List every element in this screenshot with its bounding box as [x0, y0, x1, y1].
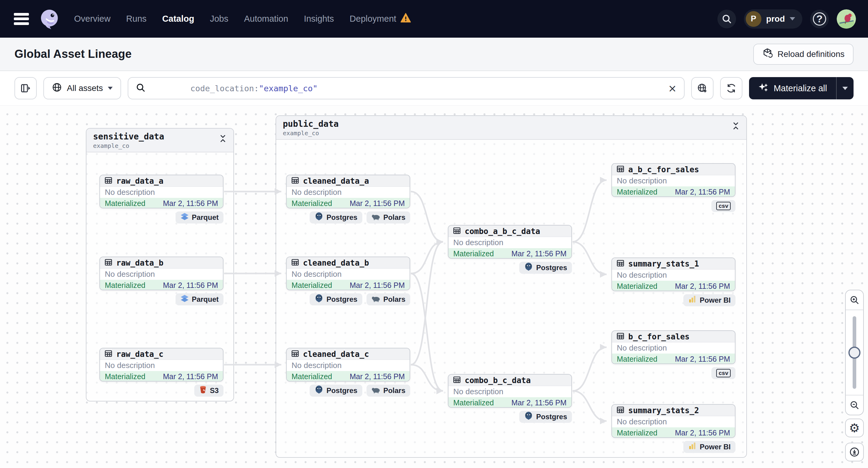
tag-postgres[interactable]: Postgres	[519, 411, 572, 423]
deployment-switcher[interactable]: P prod	[744, 9, 802, 29]
materialization-timestamp[interactable]: Mar 2, 11:56 PM	[350, 281, 405, 290]
asset-status-row: MaterializedMar 2, 11:56 PM	[100, 198, 223, 209]
asset-description: No description	[612, 270, 735, 281]
tag-parquet[interactable]: Parquet	[176, 211, 223, 223]
table-icon	[291, 176, 299, 186]
tag-postgres[interactable]: Postgres	[519, 262, 572, 274]
materialization-timestamp[interactable]: Mar 2, 11:56 PM	[512, 249, 566, 258]
status-badge: Materialized	[291, 281, 332, 290]
asset-node-summary_stats_2[interactable]: summary_stats_2No descriptionMaterialize…	[611, 404, 736, 438]
asset-status-row: MaterializedMar 2, 11:56 PM	[612, 353, 735, 364]
asset-node-summary_stats_1[interactable]: summary_stats_1No descriptionMaterialize…	[611, 257, 736, 291]
user-avatar[interactable]	[837, 9, 856, 29]
asset-node-a_b_c_for_sales[interactable]: a_b_c_for_salesNo descriptionMaterialize…	[611, 163, 736, 197]
status-badge: Materialized	[617, 355, 657, 364]
refresh-icon[interactable]	[720, 77, 742, 99]
group-header: sensitive_dataexample_co	[87, 129, 234, 152]
deployment-name: prod	[766, 14, 785, 24]
tag-postgres[interactable]: Postgres	[310, 384, 362, 397]
dagster-logo[interactable]	[38, 8, 60, 30]
asset-node-header: combo_b_c_data	[448, 375, 571, 386]
table-icon	[453, 376, 461, 385]
tag-power-bi[interactable]: Power BI	[683, 294, 736, 306]
nav-item-runs[interactable]: Runs	[126, 14, 147, 24]
materialize-all-main[interactable]: Materialize all	[749, 77, 836, 99]
status-badge: Materialized	[617, 429, 657, 437]
materialize-dropdown-button[interactable]	[836, 77, 854, 99]
csv-badge: csv	[716, 369, 731, 377]
collapse-icon[interactable]	[219, 132, 227, 144]
download-icon[interactable]	[845, 443, 864, 461]
materialization-timestamp[interactable]: Mar 2, 11:56 PM	[675, 429, 730, 437]
asset-node-header: cleaned_data_b	[287, 257, 410, 269]
tag-postgres[interactable]: Postgres	[310, 293, 362, 305]
reload-definitions-button[interactable]: Reload definitions	[753, 44, 854, 65]
gear-icon[interactable]: ⚙	[845, 418, 864, 437]
materialization-timestamp[interactable]: Mar 2, 11:56 PM	[512, 399, 566, 407]
tag-parquet[interactable]: Parquet	[176, 293, 223, 305]
materialization-timestamp[interactable]: Mar 2, 11:56 PM	[675, 355, 730, 364]
zoom-slider-thumb[interactable]	[848, 347, 861, 359]
group-header: public_dataexample_co	[276, 116, 746, 140]
globe-plus-icon[interactable]	[691, 77, 713, 99]
asset-node-cleaned_data_c[interactable]: cleaned_data_cNo descriptionMaterialized…	[286, 348, 410, 381]
page-header: Global Asset Lineage Reload definitions	[0, 38, 868, 71]
tag-csv[interactable]: csv	[711, 367, 736, 379]
tag-polars[interactable]: Polars	[367, 384, 410, 397]
status-badge: Materialized	[453, 399, 494, 407]
nav-item-automation[interactable]: Automation	[244, 14, 288, 24]
search-input[interactable]: code_location:"example_co" ×	[128, 77, 685, 99]
table-icon	[453, 226, 461, 236]
asset-node-header: cleaned_data_c	[287, 348, 410, 360]
materialization-timestamp[interactable]: Mar 2, 11:56 PM	[163, 199, 218, 208]
postgres-icon	[314, 385, 323, 396]
hamburger-menu-icon[interactable]	[12, 12, 31, 26]
asset-node-combo_b_c_data[interactable]: combo_b_c_dataNo descriptionMaterialized…	[448, 374, 572, 408]
tag-power-bi[interactable]: Power BI	[683, 441, 736, 453]
asset-name: cleaned_data_a	[303, 177, 369, 186]
help-icon[interactable]: ?	[810, 10, 829, 28]
materialization-timestamp[interactable]: Mar 2, 11:56 PM	[675, 188, 730, 196]
chevron-down-icon	[790, 17, 795, 21]
status-badge: Materialized	[105, 199, 146, 208]
asset-node-cleaned_data_b[interactable]: cleaned_data_bNo descriptionMaterialized…	[286, 257, 410, 290]
zoom-out-icon[interactable]	[846, 395, 863, 415]
asset-node-combo_a_b_c_data[interactable]: combo_a_b_c_dataNo descriptionMaterializ…	[448, 225, 572, 259]
tag-polars[interactable]: Polars	[367, 211, 410, 223]
asset-description: No description	[100, 360, 223, 371]
materialization-timestamp[interactable]: Mar 2, 11:56 PM	[163, 281, 218, 290]
asset-name: raw_data_b	[116, 258, 163, 268]
asset-node-raw_data_a[interactable]: raw_data_aNo descriptionMaterializedMar …	[99, 175, 223, 209]
tag-s3[interactable]: S3	[194, 384, 223, 397]
lineage-canvas[interactable]: ⚙ sensitive_dataexample_copublic_dataexa…	[0, 106, 868, 468]
zoom-in-icon[interactable]	[846, 290, 863, 310]
materialization-timestamp[interactable]: Mar 2, 11:56 PM	[163, 372, 218, 381]
parquet-icon	[180, 213, 189, 222]
tag-csv[interactable]: csv	[711, 200, 736, 212]
tag-postgres[interactable]: Postgres	[310, 211, 362, 223]
panel-expand-icon[interactable]	[14, 77, 37, 99]
search-icon[interactable]	[717, 10, 736, 28]
asset-tag-row: csv	[611, 200, 736, 212]
nav-item-overview[interactable]: Overview	[74, 14, 111, 24]
materialization-timestamp[interactable]: Mar 2, 11:56 PM	[350, 199, 405, 208]
asset-node-raw_data_c[interactable]: raw_data_cNo descriptionMaterializedMar …	[99, 348, 223, 381]
nav-item-catalog[interactable]: Catalog	[162, 14, 194, 24]
asset-name: cleaned_data_b	[303, 258, 369, 268]
clear-search-icon[interactable]: ×	[668, 83, 677, 93]
collapse-icon[interactable]	[732, 119, 740, 132]
parquet-icon	[180, 294, 189, 304]
asset-node-cleaned_data_a[interactable]: cleaned_data_aNo descriptionMaterialized…	[286, 175, 410, 209]
nav-item-deployment[interactable]: Deployment	[350, 13, 411, 25]
asset-node-b_c_for_sales[interactable]: b_c_for_salesNo descriptionMaterializedM…	[611, 331, 736, 364]
materialization-timestamp[interactable]: Mar 2, 11:56 PM	[350, 372, 405, 381]
asset-node-raw_data_b[interactable]: raw_data_bNo descriptionMaterializedMar …	[99, 257, 223, 290]
asset-scope-select[interactable]: All assets	[43, 77, 121, 99]
dagster-app: OverviewRunsCatalogJobsAutomationInsight…	[0, 0, 868, 468]
materialization-timestamp[interactable]: Mar 2, 11:56 PM	[675, 282, 730, 291]
tag-polars[interactable]: Polars	[367, 293, 410, 305]
nav-item-insights[interactable]: Insights	[304, 14, 334, 24]
asset-status-row: MaterializedMar 2, 11:56 PM	[612, 186, 735, 197]
sparkle-icon	[758, 82, 769, 95]
nav-item-jobs[interactable]: Jobs	[210, 14, 228, 24]
